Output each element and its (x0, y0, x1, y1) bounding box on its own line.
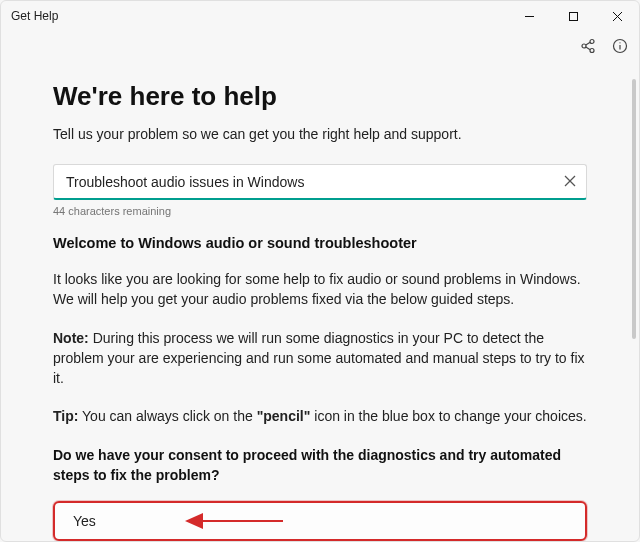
annotation-arrow (185, 513, 283, 529)
maximize-icon (568, 11, 579, 22)
search-input[interactable] (66, 174, 550, 190)
tip-bold: "pencil" (257, 408, 311, 424)
svg-point-4 (590, 40, 594, 44)
intro-text: It looks like you are looking for some h… (53, 269, 587, 310)
close-button[interactable] (595, 1, 639, 31)
header-toolbar (579, 37, 629, 55)
arrow-head-icon (185, 513, 203, 529)
titlebar: Get Help (1, 1, 639, 31)
arrow-line (203, 520, 283, 522)
app-title: Get Help (11, 9, 58, 23)
page-subtitle: Tell us your problem so we can get you t… (53, 126, 587, 142)
chars-remaining: 44 characters remaining (53, 205, 587, 217)
svg-line-7 (586, 42, 590, 45)
search-field-wrap[interactable] (53, 164, 587, 200)
svg-point-11 (619, 42, 620, 43)
svg-rect-1 (569, 12, 577, 20)
x-icon (564, 175, 576, 187)
window-controls (507, 1, 639, 31)
consent-question: Do we have your consent to proceed with … (53, 445, 587, 486)
troubleshooter-heading: Welcome to Windows audio or sound troubl… (53, 235, 587, 251)
consent-yes-button[interactable]: Yes (53, 501, 587, 541)
svg-point-6 (590, 49, 594, 53)
app-window: Get Help We're here to h (0, 0, 640, 542)
svg-line-8 (586, 47, 590, 50)
page-title: We're here to help (53, 81, 587, 112)
minimize-button[interactable] (507, 1, 551, 31)
clear-search-button[interactable] (564, 173, 576, 191)
main-content: We're here to help Tell us your problem … (1, 61, 639, 541)
note-body: During this process we will run some dia… (53, 330, 585, 387)
close-icon (612, 11, 623, 22)
consent-yes-label: Yes (73, 513, 96, 529)
tip-pre: You can always click on the (78, 408, 256, 424)
maximize-button[interactable] (551, 1, 595, 31)
minimize-icon (524, 11, 535, 22)
tip-label: Tip: (53, 408, 78, 424)
note-label: Note: (53, 330, 89, 346)
tip-post: icon in the blue box to change your choi… (310, 408, 586, 424)
tip-text: Tip: You can always click on the "pencil… (53, 406, 587, 426)
info-icon[interactable] (611, 37, 629, 55)
note-text: Note: During this process we will run so… (53, 328, 587, 389)
svg-point-5 (582, 44, 586, 48)
share-icon[interactable] (579, 37, 597, 55)
